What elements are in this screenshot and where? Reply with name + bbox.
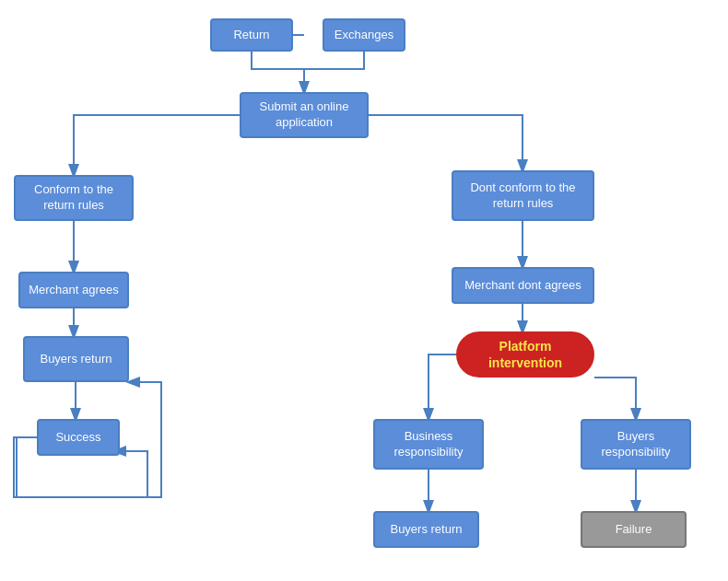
submit-node: Submit an online application xyxy=(240,92,369,138)
buyers-return-right-node: Buyers return xyxy=(373,511,479,548)
conform-node: Conform to the return rules xyxy=(14,175,134,221)
failure-node: Failure xyxy=(581,511,687,548)
merchant-dont-node: Merchant dont agrees xyxy=(452,267,594,304)
buyers-resp-node: Buyers responsibility xyxy=(581,419,691,470)
business-resp-node: Business responsibility xyxy=(373,419,484,470)
not-conform-node: Dont conform to the return rules xyxy=(452,170,594,221)
merchant-agrees-node: Merchant agrees xyxy=(18,272,129,308)
buyers-return-left-node: Buyers return xyxy=(23,336,129,382)
platform-node: Platform intervention xyxy=(456,331,594,378)
success-node: Success xyxy=(37,419,120,456)
exchanges-node: Exchanges xyxy=(323,18,405,52)
flowchart-diagram: Return Exchanges Submit an online applic… xyxy=(0,0,728,581)
return-node: Return xyxy=(210,18,293,52)
